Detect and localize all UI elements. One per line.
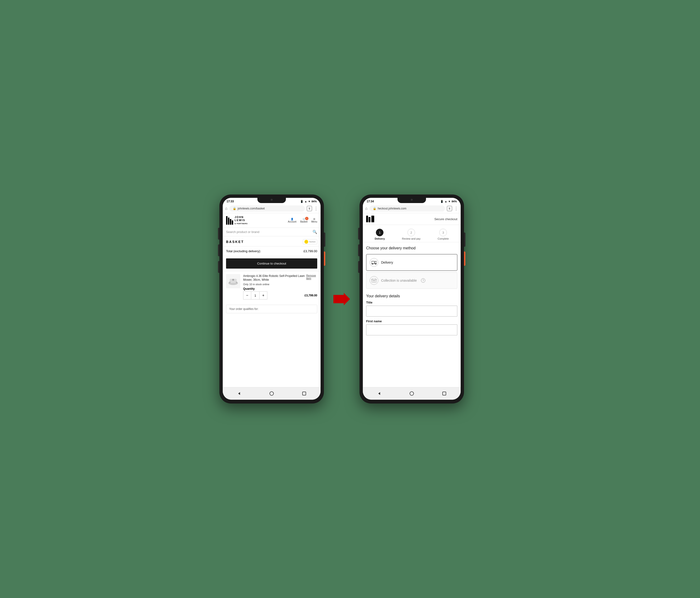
time-1: 17:33 <box>227 200 234 203</box>
order-qualifies-text: Your order qualifies for: <box>229 307 258 310</box>
tab-count-2[interactable]: 5 <box>447 206 452 211</box>
delivery-van-icon <box>370 258 378 267</box>
whatsapp-icon: 📱 <box>300 200 303 203</box>
remove-item-link[interactable]: Remove item <box>306 274 317 280</box>
menu-dots-1[interactable]: ⋮ <box>314 206 318 211</box>
url-text-1: johnlewis.com/basket <box>238 207 265 210</box>
volume-down-btn[interactable] <box>218 244 219 256</box>
basket-icon: 🛒 <box>302 218 305 220</box>
phone-2-screen: 17:34 📱 ▲ ▼ 84% ⌂ 🔒 heckout.johnlewis.co… <box>363 198 461 400</box>
logo-brand: JOHNLEWIS& PARTNERS <box>234 216 248 225</box>
arrow-container <box>333 293 350 305</box>
checkout-logo <box>366 216 374 222</box>
qty-decrease[interactable]: − <box>243 292 251 299</box>
signal-icon-2: ▲ <box>445 200 447 203</box>
menu-dots-2[interactable]: ⋮ <box>454 206 458 211</box>
checkout-button[interactable]: Continue to checkout <box>226 258 317 269</box>
search-icon[interactable]: 🔍 <box>312 230 317 234</box>
delivery-option-collection[interactable]: Collection is unavailable ? <box>366 272 457 289</box>
back-btn-2[interactable] <box>376 390 382 397</box>
basket-content: BASKET ✓ Norton Total (excluding deliver… <box>223 236 321 387</box>
account-icon: 👤 <box>291 218 294 220</box>
home-icon-1[interactable]: ⌂ <box>225 206 227 211</box>
svg-rect-13 <box>373 280 375 282</box>
volume-up-btn-2[interactable] <box>358 228 359 240</box>
firstname-label: First name <box>366 319 457 323</box>
basket-title: BASKET <box>226 240 244 244</box>
progress-steps: 1 Delivery 2 Review and pay 3 <box>363 225 461 242</box>
home-icon-2[interactable]: ⌂ <box>365 206 368 211</box>
basket-title-row: BASKET ✓ Norton <box>223 236 321 247</box>
account-label: Account <box>288 220 296 223</box>
order-qualifies: Your order qualifies for: <box>226 305 317 313</box>
silent-btn-2[interactable] <box>358 261 359 273</box>
clogo-bar3 <box>371 216 374 222</box>
logo-text-block: JOHNLEWIS& PARTNERS <box>234 216 248 225</box>
delivery-option-delivery[interactable]: Delivery <box>366 254 457 271</box>
norton-badge: ✓ Norton <box>303 239 317 244</box>
checkout-content: 1 Delivery 2 Review and pay 3 <box>363 225 461 387</box>
recents-btn-2[interactable] <box>441 390 448 397</box>
firstname-input[interactable] <box>366 324 457 335</box>
orange-accent <box>324 251 325 266</box>
product-price: £3,799.00 <box>305 294 317 297</box>
nav-menu[interactable]: ☰ Menu <box>311 218 317 223</box>
qty-controls: − 1 + <box>243 292 267 299</box>
qty-increase[interactable]: + <box>259 292 267 299</box>
browser-bar-2: ⌂ 🔒 heckout.johnlewis.com 5 ⋮ <box>363 204 461 213</box>
phone-2: 17:34 📱 ▲ ▼ 84% ⌂ 🔒 heckout.johnlewis.co… <box>359 195 464 403</box>
status-icons-2: 📱 ▲ ▼ 84% <box>440 200 457 203</box>
url-bar-1[interactable]: 🔒 johnlewis.com/basket <box>229 205 305 211</box>
secure-checkout-label: Secure checkout <box>434 217 457 221</box>
logo-bar-1 <box>226 216 227 225</box>
total-value: £3,799.00 <box>303 249 317 253</box>
delivery-details-title: Your delivery details <box>363 290 461 301</box>
recents-btn-1[interactable] <box>301 390 307 397</box>
svg-marker-8 <box>333 293 350 305</box>
svg-marker-14 <box>378 392 380 395</box>
svg-rect-7 <box>302 392 306 395</box>
basket-label: Basket <box>300 220 307 223</box>
qty-label: Quantity <box>243 287 317 291</box>
silent-btn[interactable] <box>218 261 219 273</box>
lock-icon-1: 🔒 <box>233 207 236 210</box>
step-num-2: 2 <box>410 231 412 234</box>
power-btn-2[interactable] <box>464 232 466 247</box>
step-3: 3 Complete <box>438 229 449 240</box>
phone-1-screen: 17:33 📱 ▲ ▼ 84% ⌂ 🔒 johnlewis.com/basket… <box>223 198 321 400</box>
tab-count-1[interactable]: 5 <box>307 206 312 211</box>
status-icons-1: 📱 ▲ ▼ 84% <box>300 200 317 203</box>
firstname-form-group: First name <box>363 319 461 338</box>
battery-2: 84% <box>452 200 457 203</box>
norton-label: Norton <box>309 241 316 243</box>
nav-account[interactable]: 👤 Account <box>288 218 296 223</box>
home-btn-2[interactable] <box>408 390 415 397</box>
url-text-2: heckout.johnlewis.com <box>378 207 406 210</box>
checkout-header: Secure checkout <box>363 213 461 225</box>
search-bar: Search product or brand 🔍 <box>223 228 321 236</box>
step-circle-1: 1 <box>376 229 383 236</box>
scene: 17:33 📱 ▲ ▼ 84% ⌂ 🔒 johnlewis.com/basket… <box>219 195 481 403</box>
home-btn-1[interactable] <box>268 390 275 397</box>
svg-rect-12 <box>372 280 376 282</box>
jl-nav: 👤 Account 🛒 1 Basket ☰ Menu <box>288 218 317 223</box>
url-bar-2[interactable]: 🔒 heckout.johnlewis.com <box>370 205 445 211</box>
back-btn-1[interactable] <box>236 390 243 397</box>
step-label-2: Review and pay <box>402 237 421 240</box>
title-form-group: Title <box>363 301 461 319</box>
logo-bar-4 <box>232 220 233 225</box>
jl-header: JOHNLEWIS& PARTNERS 👤 Account 🛒 1 Basket… <box>223 213 321 228</box>
volume-down-btn-2[interactable] <box>358 244 359 256</box>
unavailable-info-icon[interactable]: ? <box>421 278 425 282</box>
logo-bars <box>226 216 233 225</box>
jl-logo: JOHNLEWIS& PARTNERS <box>226 216 248 225</box>
title-input[interactable] <box>366 306 457 317</box>
search-placeholder[interactable]: Search product or brand <box>226 230 312 234</box>
qty-value: 1 <box>251 292 259 299</box>
volume-up-btn[interactable] <box>218 228 219 240</box>
camera-2 <box>411 199 413 201</box>
power-btn[interactable] <box>324 232 325 247</box>
nav-basket[interactable]: 🛒 1 Basket <box>300 218 307 223</box>
svg-point-10 <box>372 264 373 265</box>
camera-1 <box>271 199 273 201</box>
